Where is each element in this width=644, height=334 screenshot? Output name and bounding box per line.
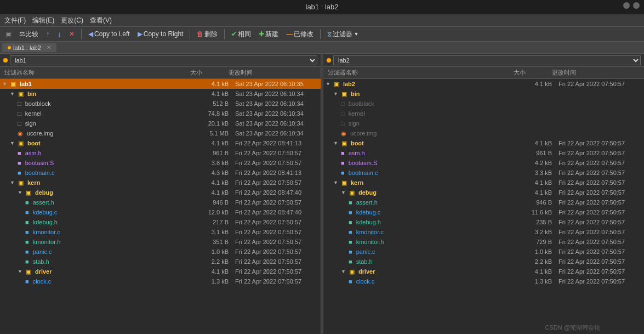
file-row[interactable]: ■kmonitor.h351 BFri 22 Apr 2022 07:50:57	[0, 237, 321, 247]
folder-toggle-icon[interactable]: ▼	[333, 140, 338, 146]
menu-view[interactable]: 查看(V)	[90, 16, 112, 25]
tab-lab1-lab2[interactable]: lab1 : lab2 ✕	[2, 43, 56, 52]
menu-file[interactable]: 文件(F)	[4, 16, 26, 25]
left-file-list[interactable]: ▼▣lab14.1 kBSat 23 Apr 2022 06:10:35▼▣bi…	[0, 79, 321, 334]
win-minimize[interactable]	[623, 2, 630, 9]
file-row[interactable]: ■kdebug.c12.0 kBFri 22 Apr 2022 08:47:40	[0, 207, 321, 217]
file-row[interactable]: ▼▣lab14.1 kBSat 23 Apr 2022 06:10:35	[0, 79, 321, 89]
window-controls	[623, 2, 640, 9]
file-row[interactable]: ■assert.h946 BFri 22 Apr 2022 07:50:57	[0, 197, 321, 207]
up-button[interactable]: ↑	[44, 29, 52, 39]
file-row[interactable]: ▼▣debug4.1 kBFri 22 Apr 2022 07:50:57	[323, 188, 644, 197]
folder-toggle-icon[interactable]: ▼	[10, 140, 15, 146]
left-path-select[interactable]: lab1	[10, 55, 317, 65]
file-row[interactable]: ■kmonitor.c3.2 kBFri 22 Apr 2022 07:50:5…	[323, 227, 644, 237]
file-name-label: kernel	[349, 110, 365, 117]
right-path-select[interactable]: lab2	[333, 55, 641, 65]
folder-toggle-icon[interactable]: ▼	[333, 91, 338, 97]
file-time-label: Fri 22 Apr 2022 07:50:57	[556, 150, 644, 156]
file-row[interactable]: ■bootasm.S4.2 kBFri 22 Apr 2022 07:50:57	[323, 158, 644, 168]
file-time-label: Fri 22 Apr 2022 07:50:57	[556, 248, 644, 255]
file-row[interactable]: ■stab.h2.2 kBFri 22 Apr 2022 07:50:57	[0, 257, 321, 267]
file-row[interactable]: ■kdebug.c11.6 kBFri 22 Apr 2022 07:50:57	[323, 207, 644, 217]
file-row[interactable]: ▼▣driver4.1 kBFri 22 Apr 2022 07:50:57	[323, 267, 644, 276]
main-content: lab1 过滤器名称 大小 更改时间 ▼▣lab14.1 kBSat 23 Ap…	[0, 54, 644, 334]
new-button[interactable]: ✚ 新建	[257, 29, 281, 39]
folder-toggle-icon[interactable]: ▼	[18, 190, 22, 195]
right-file-list[interactable]: ▼▣lab24.1 kBFri 22 Apr 2022 07:50:57▼▣bi…	[323, 79, 644, 334]
file-row[interactable]: ▼▣kern4.1 kBFri 22 Apr 2022 07:50:57	[323, 178, 644, 188]
filter-button[interactable]: ⧖ 过滤器 ▼	[325, 29, 361, 39]
stop-icon: ✕	[69, 30, 75, 38]
file-row[interactable]: □kernel	[323, 109, 644, 118]
folder-toggle-icon[interactable]: ▼	[10, 180, 15, 185]
file-row[interactable]: □bootblock512 BSat 23 Apr 2022 06:10:34	[0, 99, 321, 109]
file-row[interactable]: ■kmonitor.h729 BFri 22 Apr 2022 07:50:57	[323, 237, 644, 247]
file-name-label: asm.h	[349, 150, 365, 156]
folder-toggle-icon[interactable]: ▼	[2, 81, 7, 87]
file-row[interactable]: ■kmonitor.c3.1 kBFri 22 Apr 2022 07:50:5…	[0, 227, 321, 237]
file-name-label: bootasm.S	[25, 160, 54, 166]
folder-toggle-icon[interactable]: ▼	[341, 190, 346, 195]
file-size-label: 3.2 kB	[518, 229, 556, 235]
down-button[interactable]: ↓	[55, 29, 64, 39]
file-size-label: 2.2 kB	[195, 258, 233, 265]
file-row[interactable]: ■panic.c1.0 kBFri 22 Apr 2022 07:50:57	[0, 247, 321, 257]
file-row[interactable]: ■bootmain.c4.3 kBFri 22 Apr 2022 08:41:1…	[0, 168, 321, 178]
file-size-label: 4.1 kB	[518, 179, 556, 186]
file-row[interactable]: ■panic.c1.0 kBFri 22 Apr 2022 07:50:57	[323, 247, 644, 257]
file-row[interactable]: ■assert.h946 BFri 22 Apr 2022 07:50:57	[323, 197, 644, 207]
copy-left-label: Copy to Left	[94, 30, 130, 38]
file-size-label: 946 B	[518, 199, 556, 206]
file-row[interactable]: ▼▣boot4.1 kBFri 22 Apr 2022 08:41:13	[0, 138, 321, 148]
file-row[interactable]: ▼▣bin	[323, 89, 644, 99]
file-row[interactable]: ■kdebug.h235 BFri 22 Apr 2022 07:50:57	[323, 217, 644, 227]
file-row[interactable]: ■asm.h961 BFri 22 Apr 2022 07:50:57	[0, 148, 321, 158]
file-row[interactable]: ■stab.h2.2 kBFri 22 Apr 2022 07:50:57	[323, 257, 644, 267]
file-row[interactable]: ▼▣driver4.1 kBFri 22 Apr 2022 07:50:57	[0, 267, 321, 276]
file-row[interactable]: ▼▣boot4.1 kBFri 22 Apr 2022 07:50:57	[323, 138, 644, 148]
file-row[interactable]: ■bootmain.c3.3 kBFri 22 Apr 2022 07:50:5…	[323, 168, 644, 178]
file-time-label: Fri 22 Apr 2022 08:47:40	[233, 189, 321, 196]
copy-right-button[interactable]: ▶ Copy to Right	[135, 30, 186, 38]
filter-label: 过滤器	[333, 30, 352, 39]
file-row[interactable]: ▼▣lab24.1 kBFri 22 Apr 2022 07:50:57	[323, 79, 644, 89]
same-button[interactable]: ✔ 相同	[229, 29, 253, 39]
file-row[interactable]: ▼▣debug4.1 kBFri 22 Apr 2022 08:47:40	[0, 188, 321, 197]
title-bar: lab1 : lab2	[0, 0, 644, 14]
file-name-label: panic.c	[33, 248, 52, 255]
file-name-label: debug	[358, 189, 377, 196]
menu-edit[interactable]: 编辑(E)	[32, 16, 54, 25]
file-row[interactable]: ◉ucore.img5.1 MBSat 23 Apr 2022 06:10:34	[0, 128, 321, 138]
folder-toggle-icon[interactable]: ▼	[18, 269, 22, 274]
left-path-dot	[3, 58, 8, 63]
file-row[interactable]: ■bootasm.S3.8 kBFri 22 Apr 2022 07:50:57	[0, 158, 321, 168]
file-row[interactable]: ■asm.h961 BFri 22 Apr 2022 07:50:57	[323, 148, 644, 158]
file-name-label: bin	[351, 90, 360, 97]
win-maximize[interactable]	[633, 2, 640, 9]
file-row[interactable]: □sign	[323, 118, 644, 128]
file-size-label: 512 B	[195, 100, 233, 107]
file-row[interactable]: ◉ucore.img	[323, 128, 644, 138]
file-row[interactable]: ▼▣kern4.1 kBFri 22 Apr 2022 07:50:57	[0, 178, 321, 188]
folder-toggle-icon[interactable]: ▼	[10, 91, 15, 97]
compare-button[interactable]: ⚖比较	[17, 29, 41, 39]
file-row[interactable]: □sign20.1 kBSat 23 Apr 2022 06:10:34	[0, 118, 321, 128]
tab-label: lab1 : lab2	[13, 44, 41, 51]
folder-toggle-icon[interactable]: ▼	[333, 180, 338, 185]
tab-close-icon[interactable]: ✕	[47, 44, 51, 50]
file-row[interactable]: ■clock.c1.3 kBFri 22 Apr 2022 07:50:57	[0, 276, 321, 286]
file-row[interactable]: ■kdebug.h217 BFri 22 Apr 2022 07:50:57	[0, 217, 321, 227]
file-row[interactable]: □bootblock	[323, 99, 644, 109]
folder-toggle-icon[interactable]: ▼	[326, 81, 330, 87]
menu-change[interactable]: 更改(C)	[61, 16, 83, 25]
modified-button[interactable]: — 已修改	[284, 29, 316, 39]
file-row[interactable]: ▼▣bin4.1 kBSat 23 Apr 2022 06:10:34	[0, 89, 321, 99]
folder-toggle-icon[interactable]: ▼	[341, 269, 346, 274]
copy-left-button[interactable]: ◀ Copy to Left	[86, 30, 132, 38]
file-row[interactable]: ■clock.c1.3 kBFri 22 Apr 2022 07:50:57	[323, 276, 644, 286]
file-row[interactable]: □kernel74.8 kBSat 23 Apr 2022 06:10:34	[0, 109, 321, 118]
stop-button[interactable]: ✕	[67, 30, 77, 38]
delete-button[interactable]: 🗑 删除	[195, 29, 220, 39]
file-size-label: 4.3 kB	[195, 169, 233, 176]
